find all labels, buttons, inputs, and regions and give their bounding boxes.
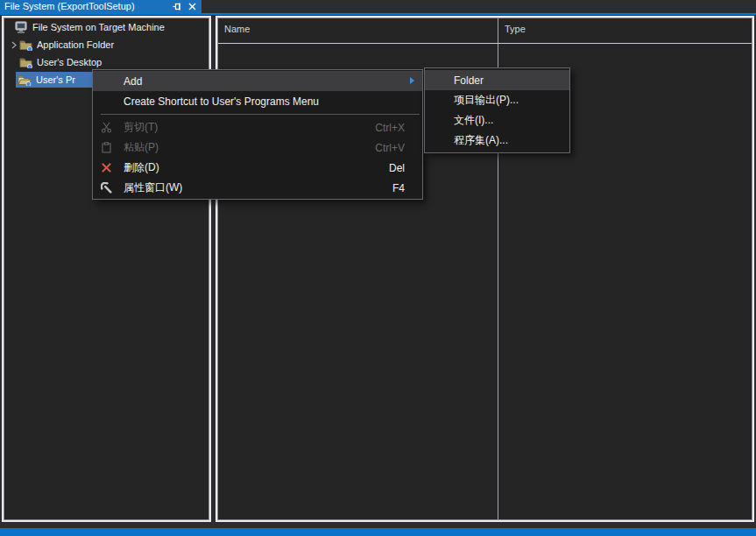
scissors-icon [93,122,119,133]
menu-shortcut: Ctrl+X [375,122,422,134]
clipboard-icon [93,142,119,153]
menu-item-label: 粘贴(P) [119,140,159,155]
menu-item-label: Add [119,75,142,88]
tree-item-label: File System on Target Machine [32,22,165,32]
tree-item-label: User's Pr [36,74,75,85]
menu-item-properties-window[interactable]: 属性窗口(W) F4 [93,178,422,198]
menu-shortcut: Del [389,162,422,174]
tree-item-label: User's Desktop [37,57,102,67]
tab-file-system[interactable]: File System (ExportToolSetup) [0,0,201,13]
menu-item-cut[interactable]: 剪切(T) Ctrl+X [93,117,422,138]
menu-item-label: Create Shortcut to User's Programs Menu [119,95,319,108]
pin-icon[interactable] [171,1,183,12]
submenu-item-assembly[interactable]: 程序集(A)... [425,130,569,151]
folder-icon [19,57,33,68]
add-submenu: Folder 项目输出(P)... 文件(I)... 程序集(A)... [424,67,570,153]
menu-shortcut: F4 [392,182,422,194]
menu-item-create-shortcut[interactable]: Create Shortcut to User's Programs Menu [93,91,422,111]
column-header-name[interactable]: Name [224,24,250,34]
status-bar [0,528,756,536]
column-header-type[interactable]: Type [505,24,526,34]
computer-icon [15,21,29,33]
folder-open-icon [18,74,32,86]
wrench-icon [93,182,119,194]
menu-item-paste[interactable]: 粘贴(P) Ctrl+V [93,138,422,158]
menu-item-delete[interactable]: 删除(D) Del [93,158,422,178]
close-icon[interactable] [186,1,198,12]
folder-icon [19,39,33,51]
menu-item-label: 项目输出(P)... [425,93,519,108]
submenu-arrow-icon [410,77,414,84]
menu-shortcut: Ctrl+V [375,142,422,154]
menu-item-label: 剪切(T) [119,120,158,135]
submenu-item-file[interactable]: 文件(I)... [425,110,569,130]
menu-item-label: 程序集(A)... [425,133,508,148]
tree-item-label: Application Folder [37,39,114,50]
tree-item-file-system-root[interactable]: File System on Target Machine [4,18,208,36]
delete-x-icon [93,163,119,173]
chevron-right-icon[interactable] [9,41,19,49]
menu-separator [101,114,420,115]
menu-item-label: 文件(I)... [425,113,493,128]
tree-item-users-desktop[interactable]: User's Desktop [4,53,208,71]
tab-title: File System (ExportToolSetup) [4,1,168,11]
submenu-item-folder[interactable]: Folder [425,70,569,90]
list-header: Name Type [218,18,752,44]
tab-accent-line [0,13,756,15]
context-menu: Add Create Shortcut to User's Programs M… [92,69,423,200]
menu-item-label: 删除(D) [119,160,159,175]
submenu-item-project-output[interactable]: 项目输出(P)... [425,90,569,110]
tab-strip: File System (ExportToolSetup) [0,0,756,13]
tree-item-application-folder[interactable]: Application Folder [4,36,208,53]
menu-item-label: Folder [425,74,484,87]
menu-item-add[interactable]: Add [93,71,422,91]
menu-item-label: 属性窗口(W) [119,180,182,195]
